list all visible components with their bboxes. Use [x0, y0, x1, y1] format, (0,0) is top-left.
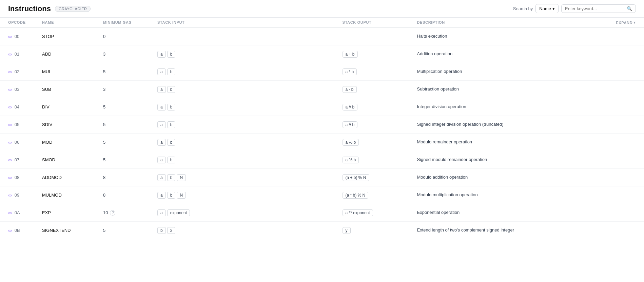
search-by-label: Search by	[513, 6, 533, 11]
table-row: ∞01ADD3aba + bAddition operation	[0, 45, 644, 63]
stack-input-cell: ab	[157, 157, 343, 163]
table-row: ∞04DIV5aba // bInteger division operatio…	[0, 98, 644, 116]
link-icon[interactable]: ∞	[8, 34, 12, 39]
name-cell: SUB	[42, 87, 103, 92]
description-cell: Halts execution	[417, 33, 602, 39]
search-dropdown[interactable]: Name ▾	[535, 4, 559, 13]
link-icon[interactable]: ∞	[8, 122, 12, 127]
stack-input-cell: ab	[157, 104, 343, 110]
gas-cell: 10?	[103, 210, 157, 216]
gas-cell: 5	[103, 228, 157, 233]
table-row: ∞00STOP0Halts execution	[0, 28, 644, 45]
stack-output-cell: y	[343, 227, 417, 234]
gas-cell: 3	[103, 87, 157, 92]
opcode-value: 07	[15, 157, 19, 162]
col-header-gas: MINIMUM GAS	[103, 20, 157, 25]
stack-output-cell: a % b	[343, 157, 417, 163]
stack-output-cell: a // b	[343, 121, 417, 128]
table-body: ∞00STOP0Halts execution∞01ADD3aba + bAdd…	[0, 28, 644, 239]
network-badge: GRAYGLACIER	[55, 6, 91, 12]
stack-output-cell: a % b	[343, 139, 417, 146]
gas-value: 5	[103, 104, 105, 109]
link-icon[interactable]: ∞	[8, 86, 12, 92]
link-icon[interactable]: ∞	[8, 69, 12, 75]
description-cell: Subtraction operation	[417, 86, 602, 92]
name-cell: ADDMOD	[42, 175, 103, 180]
table-row: ∞03SUB3aba - bSubtraction operation	[0, 81, 644, 98]
opcode-value: 0B	[15, 228, 20, 233]
stack-output-tag: a ** exponent	[343, 209, 373, 216]
opcode-value: 04	[15, 104, 19, 109]
stack-tag: b	[167, 174, 176, 181]
opcode-cell: ∞03	[8, 86, 42, 92]
description-cell: Modulo multiplication operation	[417, 192, 602, 198]
stack-output-tag: a - b	[343, 86, 357, 93]
stack-output-tag: a // b	[343, 121, 358, 128]
col-header-stack-output: STACK OUPUT	[343, 20, 417, 25]
table-row: ∞07SMOD5aba % bSigned modulo remainder o…	[0, 151, 644, 169]
opcode-value: 0A	[15, 210, 20, 215]
table-row: ∞05SDIV5aba // bSigned integer division …	[0, 116, 644, 134]
stack-output-tag: a % b	[343, 139, 359, 146]
name-cell: SIGNEXTEND	[42, 228, 103, 233]
gas-cell: 5	[103, 157, 157, 162]
search-dropdown-label: Name	[539, 6, 551, 11]
stack-tag: a	[157, 209, 166, 216]
gas-cell: 8	[103, 193, 157, 198]
link-icon[interactable]: ∞	[8, 157, 12, 163]
description-cell: Exponential operation	[417, 209, 602, 216]
opcode-cell: ∞00	[8, 34, 42, 39]
search-input[interactable]	[565, 6, 625, 11]
table-row: ∞06MOD5aba % bModulo remainder operation	[0, 134, 644, 151]
opcode-cell: ∞0B	[8, 227, 42, 233]
gas-value: 5	[103, 140, 105, 145]
stack-tag: a	[157, 121, 166, 128]
expand-label: Expand	[616, 21, 632, 25]
name-cell: MOD	[42, 140, 103, 145]
stack-output-tag: (a * b) % N	[343, 192, 369, 199]
link-icon[interactable]: ∞	[8, 104, 12, 110]
stack-output-tag: a // b	[343, 104, 358, 110]
stack-output-tag: a + b	[343, 51, 358, 58]
gas-cell: 5	[103, 69, 157, 74]
table-row: ∞0AEXP10?aexponenta ** exponentExponenti…	[0, 204, 644, 222]
stack-tag: N	[177, 192, 186, 199]
link-icon[interactable]: ∞	[8, 175, 12, 180]
stack-tag: exponent	[167, 209, 190, 216]
expand-chevron: ▾	[633, 20, 636, 25]
page-header: Instructions GRAYGLACIER Search by Name …	[0, 0, 644, 18]
stack-tag: a	[157, 174, 166, 181]
name-cell: STOP	[42, 34, 103, 39]
opcode-cell: ∞0A	[8, 210, 42, 216]
col-header-description: DESCRIPTION	[417, 20, 602, 25]
opcode-value: 06	[15, 140, 19, 145]
col-header-expand[interactable]: Expand ▾	[602, 20, 636, 25]
description-cell: Multiplication operation	[417, 68, 602, 75]
link-icon[interactable]: ∞	[8, 139, 12, 145]
description-cell: Modulo addition operation	[417, 174, 602, 180]
header-right: Search by Name ▾ 🔍	[513, 4, 636, 13]
link-icon[interactable]: ∞	[8, 51, 12, 57]
stack-tag: b	[167, 68, 176, 75]
stack-tag: b	[167, 51, 176, 58]
stack-output-cell: a ** exponent	[343, 209, 417, 216]
opcode-cell: ∞05	[8, 122, 42, 127]
table-row: ∞0BSIGNEXTEND5bxyExtend length of two's …	[0, 222, 644, 239]
stack-tag: b	[167, 121, 176, 128]
opcode-value: 09	[15, 193, 19, 198]
name-cell: MULMOD	[42, 193, 103, 198]
table-row: ∞02MUL5aba * bMultiplication operation	[0, 63, 644, 81]
link-icon[interactable]: ∞	[8, 192, 12, 198]
opcode-value: 01	[15, 52, 19, 57]
link-icon[interactable]: ∞	[8, 210, 12, 216]
link-icon[interactable]: ∞	[8, 227, 12, 233]
description-cell: Signed integer division operation (trunc…	[417, 121, 602, 127]
gas-help-icon[interactable]: ?	[110, 210, 115, 216]
stack-input-cell: ab	[157, 68, 343, 75]
stack-tag: a	[157, 157, 166, 163]
name-cell: DIV	[42, 104, 103, 109]
stack-output-cell: (a + b) % N	[343, 174, 417, 181]
stack-tag: a	[157, 86, 166, 93]
gas-cell: 3	[103, 52, 157, 57]
opcode-cell: ∞09	[8, 192, 42, 198]
